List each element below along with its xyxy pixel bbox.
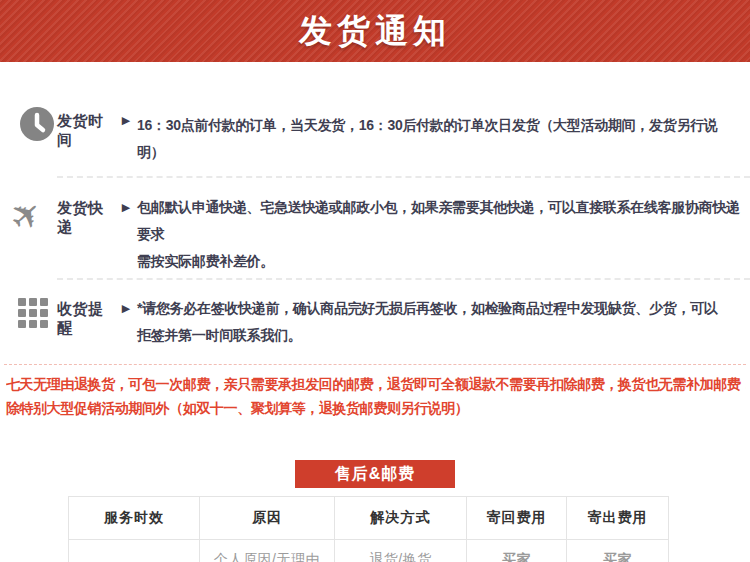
notice-text-shipping-express: 包邮默认申通快递、宅急送快递或邮政小包，如果亲需要其他快递，可以直接联系在线客服… (137, 194, 750, 275)
clock-icon (20, 107, 57, 145)
notice-text-receipt-reminder: *请您务必在签收快递前，确认商品完好无损后再签收，如检验商品过程中发现缺货、少货… (137, 295, 750, 349)
aftersale-banner-label: 售后&邮费 (335, 464, 416, 485)
notice-line: 拒签并第一时间联系我们。 (137, 322, 744, 349)
col-header-solution: 解决方式 (335, 497, 467, 540)
shipping-notice-header: 发货通知 (0, 0, 750, 62)
red-dashed-divider (4, 364, 746, 365)
fee-table: 服务时效 原因 解决方式 寄回费用 寄出费用 签收后7天内 个人原因/无理由 退… (68, 496, 669, 562)
notice-section: 发货时间 ▶ 16：30点前付款的订单，当天发货，16：30后付款的订单次日发货… (0, 62, 750, 562)
fee-table-header-row: 服务时效 原因 解决方式 寄回费用 寄出费用 (69, 497, 669, 540)
aftersale-banner: 售后&邮费 (295, 460, 455, 488)
notice-row-receipt-reminder: 收货提醒 ▶ *请您务必在签收快递前，确认商品完好无损后再签收，如检验商品过程中… (0, 280, 750, 352)
return-policy-line: 除特别大型促销活动期间外（如双十一、聚划算等，退换货邮费则另行说明） (6, 396, 746, 420)
notice-line: 需按实际邮费补差价。 (137, 248, 744, 275)
notice-row-shipping-time: 发货时间 ▶ 16：30点前付款的订单，当天发货，16：30后付款的订单次日发货… (0, 107, 750, 176)
return-policy-line: 七天无理由退换货，可包一次邮费，亲只需要承担发回的邮费，退货即可全额退款不需要再… (6, 372, 746, 396)
notice-text-shipping-time: 16：30点前付款的订单，当天发货，16：30后付款的订单次日发货（大型活动期间… (137, 107, 750, 166)
col-header-timeframe: 服务时效 (69, 497, 200, 540)
cell-solution: 退货/换货 (335, 540, 467, 562)
notice-line: *请您务必在签收快递前，确认商品完好无损后再签收，如检验商品过程中发现缺货、少货… (137, 295, 744, 322)
notice-line: 包邮默认申通快递、宅急送快递或邮政小包，如果亲需要其他快递，可以直接联系在线客服… (137, 194, 744, 248)
notice-label-receipt-reminder: 收货提醒 (57, 295, 115, 338)
notice-line: 16：30点前付款的订单，当天发货，16：30后付款的订单次日发货（大型活动期间… (137, 112, 744, 166)
return-policy-text: 七天无理由退换货，可包一次邮费，亲只需要承担发回的邮费，退货即可全额退款不需要再… (6, 372, 746, 420)
cell-reason: 个人原因/无理由 (200, 540, 335, 562)
cell-send-fee: 买家 (567, 540, 669, 562)
col-header-return-fee: 寄回费用 (467, 497, 567, 540)
notice-label-shipping-time: 发货时间 (57, 107, 115, 150)
table-row: 签收后7天内 个人原因/无理由 退货/换货 买家 买家 (69, 540, 669, 562)
grid-icon (18, 298, 50, 328)
arrow-icon: ▶ (115, 194, 137, 214)
arrow-icon: ▶ (115, 107, 137, 127)
cell-return-fee: 买家 (467, 540, 567, 562)
col-header-send-fee: 寄出费用 (567, 497, 669, 540)
notice-row-shipping-express: ✈ 发货快递 ▶ 包邮默认申通快递、宅急送快递或邮政小包，如果亲需要其他快递，可… (0, 178, 750, 278)
page-title: 发货通知 (299, 9, 451, 54)
airplane-icon: ✈ (4, 192, 50, 238)
notice-label-shipping-express: 发货快递 (57, 194, 115, 237)
col-header-reason: 原因 (200, 497, 335, 540)
arrow-icon: ▶ (115, 295, 137, 315)
cell-timeframe: 签收后7天内 (69, 540, 200, 562)
